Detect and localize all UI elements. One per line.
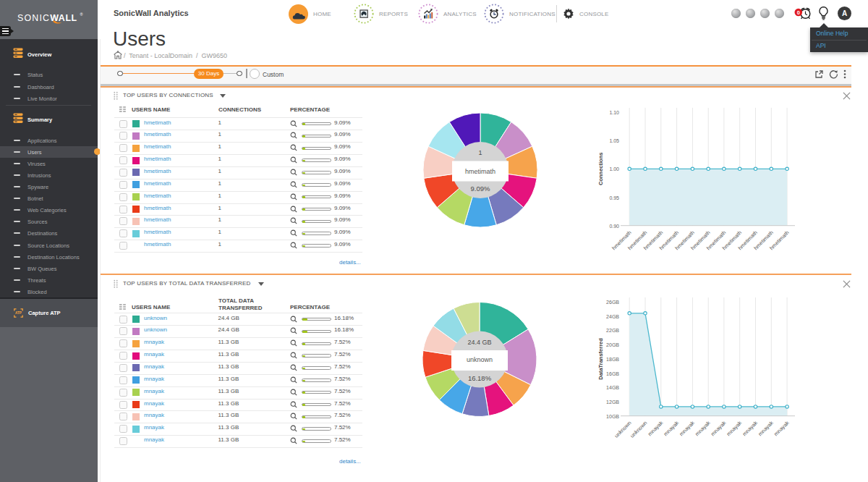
svg-text:12GB: 12GB	[606, 399, 619, 405]
svg-text:16GB: 16GB	[606, 371, 619, 376]
svg-text:hmetimath: hmetimath	[465, 168, 495, 175]
svg-text:SONICWALL: SONICWALL	[17, 12, 77, 22]
svg-text:mnayak: mnayak	[678, 420, 696, 438]
svg-text:mnayak: mnayak	[726, 420, 744, 438]
svg-text:®: ®	[80, 12, 83, 17]
svg-text:DataTransferred: DataTransferred	[597, 338, 604, 380]
svg-text:mnayak: mnayak	[710, 420, 728, 438]
svg-text:24GB: 24GB	[606, 314, 619, 319]
svg-text:mnayak: mnayak	[757, 420, 775, 438]
svg-text:mnayak: mnayak	[773, 420, 791, 438]
svg-text:mnayak: mnayak	[647, 420, 665, 438]
svg-text:unknown: unknown	[629, 420, 648, 439]
svg-text:18GB: 18GB	[606, 357, 619, 362]
svg-text:mnayak: mnayak	[694, 420, 712, 438]
svg-text:1: 1	[478, 149, 482, 156]
svg-text:1.10: 1.10	[609, 110, 619, 115]
svg-text:0: 0	[797, 9, 800, 16]
svg-text:mnayak: mnayak	[663, 420, 681, 438]
svg-text:20GB: 20GB	[606, 342, 619, 347]
svg-text:22GB: 22GB	[606, 328, 619, 333]
svg-text:unknown: unknown	[467, 356, 493, 363]
svg-text:1.05: 1.05	[609, 138, 619, 143]
svg-text:14GB: 14GB	[606, 385, 619, 390]
svg-text:0.90: 0.90	[609, 224, 619, 229]
svg-text:16.18%: 16.18%	[468, 374, 492, 382]
svg-text:mnayak: mnayak	[741, 420, 759, 438]
svg-text:Connections: Connections	[597, 153, 604, 185]
svg-text:24.4 GB: 24.4 GB	[467, 339, 491, 346]
svg-text:26GB: 26GB	[606, 300, 619, 305]
svg-text:0.95: 0.95	[609, 195, 619, 200]
svg-text:10GB: 10GB	[606, 414, 619, 419]
svg-text:9.09%: 9.09%	[471, 185, 490, 193]
svg-text:ATP: ATP	[15, 311, 22, 315]
svg-text:1.00: 1.00	[609, 166, 619, 172]
